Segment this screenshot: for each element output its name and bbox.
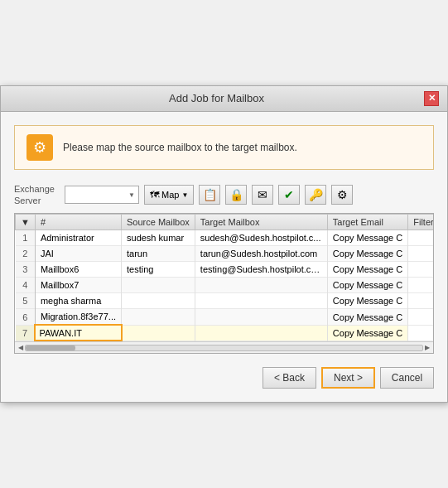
filter-cell: Copy Message C <box>327 325 407 341</box>
export-button[interactable]: 📋 <box>199 185 220 205</box>
map-dropdown-icon: ▼ <box>181 191 188 199</box>
toolbar: ExchangeServer ▼ 🗺 Map ▼ 📋 🔒 ✉ ✔ <box>14 183 434 207</box>
map-label: Map <box>161 190 179 200</box>
filter-cell: Copy Message C <box>327 278 407 293</box>
check-icon: ✔ <box>284 188 294 201</box>
cancel-button[interactable]: Cancel <box>380 367 434 389</box>
table-row[interactable]: 3Maillbox6testingtesting@Sudesh.hostpilo… <box>16 262 434 278</box>
content-area: ⚙ Please map the source mailbox to the t… <box>1 112 447 403</box>
source-mailbox-cell[interactable]: Administrator <box>35 230 121 246</box>
filter-cell: Copy Message C <box>327 230 407 246</box>
target-mailbox-cell[interactable]: sudesh kumar <box>122 230 195 246</box>
title-bar: Add Job for Mailbox ✕ <box>1 86 447 112</box>
filter-cell: Copy Message C <box>327 309 407 326</box>
main-window: Add Job for Mailbox ✕ ⚙ Please map the s… <box>0 85 448 403</box>
col-source: Source Mailbox <box>122 215 195 230</box>
table-row[interactable]: 6Migration.8f3e77...Copy Message C <box>16 309 434 326</box>
scrollbar-track <box>25 345 423 351</box>
filter-cell: Copy Message C <box>327 293 407 309</box>
table-row[interactable]: 1Administratorsudesh kumarsudesh@Sudesh.… <box>16 230 434 246</box>
map-button[interactable]: 🗺 Map ▼ <box>144 185 194 205</box>
source-mailbox-cell[interactable]: Migration.8f3e77... <box>35 309 121 326</box>
source-mailbox-cell[interactable]: PAWAN.IT <box>35 325 121 341</box>
scroll-left-icon[interactable]: ◀ <box>17 344 25 351</box>
map-icon: 🗺 <box>150 190 159 200</box>
key-button[interactable]: 🔑 <box>305 185 326 205</box>
email-button[interactable]: ✉ <box>252 185 273 205</box>
email-icon: ✉ <box>258 188 267 201</box>
scroll-right-icon[interactable]: ▶ <box>423 344 431 351</box>
filter-cell: Copy Message C <box>327 262 407 278</box>
target-email-cell[interactable] <box>195 325 327 341</box>
source-mailbox-cell[interactable]: JAI <box>35 246 121 262</box>
row-number: 5 <box>16 293 36 309</box>
table-row[interactable]: 4Maillbox7Copy Message C <box>16 278 434 293</box>
target-mailbox-cell[interactable] <box>122 325 195 341</box>
target-mailbox-cell[interactable]: testing <box>122 262 195 278</box>
target-email-cell[interactable]: sudesh@Sudesh.hostpilot.c... <box>195 230 327 246</box>
target-email-cell[interactable] <box>195 278 327 293</box>
table-row[interactable]: 2JAItaruntarun@Sudesh.hostpilot.comCopy … <box>16 246 434 262</box>
source-mailbox-cell[interactable]: Maillbox7 <box>35 278 121 293</box>
exchange-server-label: ExchangeServer <box>14 183 60 207</box>
target-mailbox-cell[interactable] <box>122 278 195 293</box>
source-mailbox-cell[interactable]: megha sharma <box>35 293 121 309</box>
row-number: 1 <box>16 230 36 246</box>
target-mailbox-cell[interactable] <box>122 309 195 326</box>
horizontal-scrollbar[interactable]: ◀ ▶ <box>15 341 433 353</box>
settings-button[interactable]: ⚙ <box>331 185 353 205</box>
table-scroll-area[interactable]: ▼ # Source Mailbox Target Mailbox Target… <box>15 214 433 341</box>
mailbox-table-container: ▼ # Source Mailbox Target Mailbox Target… <box>14 213 434 354</box>
col-email: Target Email <box>327 215 407 230</box>
info-banner: ⚙ Please map the source mailbox to the t… <box>14 125 434 170</box>
table-header-row: ▼ # Source Mailbox Target Mailbox Target… <box>16 215 434 230</box>
combo-arrow-icon: ▼ <box>128 191 135 199</box>
export-icon: 📋 <box>203 188 217 201</box>
target-mailbox-cell[interactable]: tarun <box>122 246 195 262</box>
row-number: 3 <box>16 262 36 278</box>
mailbox-table: ▼ # Source Mailbox Target Mailbox Target… <box>15 214 433 341</box>
row-number: 4 <box>16 278 36 293</box>
target-email-cell[interactable] <box>195 293 327 309</box>
target-email-cell[interactable] <box>195 309 327 326</box>
row-number: 2 <box>16 246 36 262</box>
target-mailbox-cell[interactable] <box>122 293 195 309</box>
col-num: # <box>35 215 121 230</box>
gear-icon: ⚙ <box>26 134 53 161</box>
source-mailbox-cell[interactable]: Maillbox6 <box>35 262 121 278</box>
target-email-cell[interactable]: testing@Sudesh.hostpilot.com <box>195 262 327 278</box>
banner-message: Please map the source mailbox to the tar… <box>63 142 297 153</box>
button-area: < Back Next > Cancel <box>14 354 434 389</box>
target-email-cell[interactable]: tarun@Sudesh.hostpilot.com <box>195 246 327 262</box>
table-row[interactable]: 5megha sharmaCopy Message C <box>16 293 434 309</box>
row-number: 7 <box>16 325 36 341</box>
settings-icon: ⚙ <box>337 188 348 201</box>
back-button[interactable]: < Back <box>263 367 316 389</box>
key-icon: 🔑 <box>309 188 323 201</box>
row-number: 6 <box>16 309 36 326</box>
next-button[interactable]: Next > <box>321 367 375 389</box>
window-title: Add Job for Mailbox <box>9 92 424 104</box>
lock-icon: 🔒 <box>229 188 243 201</box>
col-filter: Filter <box>408 215 433 230</box>
lock-button[interactable]: 🔒 <box>225 185 247 205</box>
check-button[interactable]: ✔ <box>278 185 300 205</box>
filter-cell: Copy Message C <box>327 246 407 262</box>
exchange-server-combo[interactable]: ▼ <box>65 186 139 204</box>
table-row[interactable]: 7PAWAN.ITCopy Message C <box>16 325 434 341</box>
close-button[interactable]: ✕ <box>424 91 439 106</box>
col-sort: ▼ <box>16 215 36 230</box>
scrollbar-thumb[interactable] <box>26 345 75 350</box>
col-target: Target Mailbox <box>195 215 327 230</box>
